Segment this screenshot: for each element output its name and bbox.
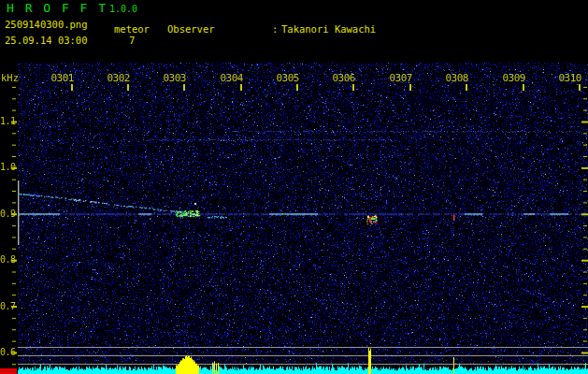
- time-label: 0306: [329, 72, 355, 84]
- time-label: 0310: [555, 72, 581, 84]
- time-label: 0302: [104, 72, 130, 84]
- freq-label: 0.6: [0, 347, 12, 357]
- info-separator: :: [272, 23, 281, 35]
- freq-label: 1.1: [0, 116, 12, 126]
- time-label: 0307: [386, 72, 412, 84]
- freq-label: 0.7: [0, 301, 12, 311]
- freq-unit-label: kHz: [1, 72, 19, 83]
- info-row-observer: Observer:Takanori Kawachi: [167, 23, 495, 35]
- mode-label: meteor: [114, 23, 150, 35]
- time-label: 0305: [273, 72, 299, 84]
- time-label: 0308: [442, 72, 468, 84]
- spectrogram-canvas: [0, 58, 588, 374]
- observation-datetime: 25.09.14 03:00: [5, 35, 88, 46]
- freq-label: 1.0: [0, 162, 12, 172]
- freq-label: 0.9: [0, 209, 12, 219]
- info-value: Takanori Kawachi: [281, 23, 376, 35]
- freq-label: 0.8: [0, 254, 12, 265]
- time-label: 0309: [499, 72, 525, 84]
- app-version: 1.0.0: [109, 4, 137, 14]
- app-title: H R O F F T: [7, 1, 108, 15]
- output-filename: 2509140300.png: [5, 19, 88, 30]
- time-label: 0303: [160, 72, 186, 84]
- time-label: 0301: [48, 72, 74, 84]
- hrofft-image: H R O F F T 1.0.0 2509140300.png meteor …: [0, 0, 588, 374]
- echo-count: 7: [129, 35, 135, 46]
- time-label: 0304: [217, 72, 243, 84]
- info-label: Observer: [167, 23, 272, 35]
